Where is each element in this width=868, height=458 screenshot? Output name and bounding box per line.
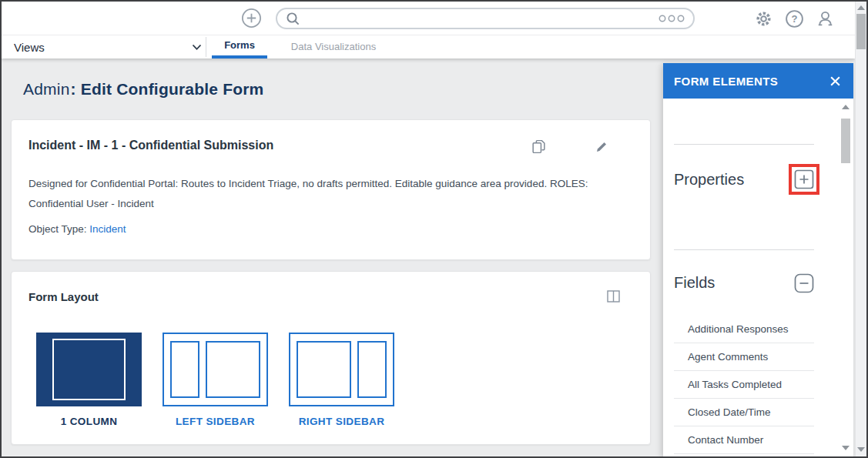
form-card-title: Incident - IM - 1 - Confidential Submiss… bbox=[28, 139, 273, 152]
divider bbox=[206, 37, 206, 57]
layout-preview-1-column bbox=[36, 333, 142, 406]
form-card-actions bbox=[531, 139, 608, 155]
form-description: Designed for Confidential Portal: Routes… bbox=[28, 174, 629, 214]
section-properties: Properties bbox=[674, 161, 814, 198]
page-scrollbar[interactable] bbox=[855, 2, 866, 456]
search-icon bbox=[286, 12, 300, 26]
scrollbar-thumb[interactable] bbox=[856, 14, 866, 49]
panel-title: FORM ELEMENTS bbox=[674, 75, 778, 88]
create-icon[interactable] bbox=[241, 8, 262, 28]
layout-preview-left-sidebar bbox=[163, 333, 268, 406]
form-summary-card: Incident - IM - 1 - Confidential Submiss… bbox=[11, 119, 651, 260]
panel-body: Properties Fields bbox=[663, 99, 853, 456]
tabbar: Views Forms Data Visualizations bbox=[2, 35, 855, 59]
field-item[interactable]: Contact Number bbox=[674, 426, 814, 454]
copy-icon[interactable] bbox=[531, 139, 547, 155]
topbar: ? bbox=[2, 2, 855, 35]
object-type-row: Object Type: Incident bbox=[28, 223, 633, 235]
tab-data-visualizations[interactable]: Data Visualizations bbox=[283, 35, 384, 59]
layout-option-right-sidebar[interactable]: RIGHT SIDEBAR bbox=[289, 333, 394, 427]
layout-preview-right-sidebar bbox=[289, 333, 394, 406]
layout-option-label: 1 COLUMN bbox=[36, 416, 142, 427]
layout-options: 1 COLUMN LEFT SIDEBAR RIGHT SIDEBAR bbox=[36, 333, 633, 427]
page-title-separator: : bbox=[70, 80, 81, 98]
field-item[interactable]: Agent Comments bbox=[674, 343, 814, 371]
close-icon[interactable] bbox=[829, 75, 841, 87]
properties-label: Properties bbox=[674, 171, 744, 189]
object-type-link[interactable]: Incident bbox=[89, 223, 126, 235]
expand-properties-icon[interactable] bbox=[794, 169, 814, 189]
layout-option-label: LEFT SIDEBAR bbox=[163, 416, 268, 427]
collapse-fields-icon[interactable] bbox=[794, 273, 814, 293]
layout-option-1-column[interactable]: 1 COLUMN bbox=[36, 333, 142, 427]
field-item[interactable]: Closed Date/Time bbox=[674, 399, 814, 426]
gear-icon[interactable] bbox=[754, 9, 773, 28]
scroll-up-icon[interactable] bbox=[857, 5, 865, 10]
user-icon[interactable] bbox=[816, 9, 835, 28]
layout-option-left-sidebar[interactable]: LEFT SIDEBAR bbox=[163, 333, 268, 427]
form-elements-panel: FORM ELEMENTS Properties bbox=[663, 63, 853, 456]
object-type-label: Object Type: bbox=[28, 223, 87, 235]
highlight-box bbox=[789, 164, 819, 195]
views-dropdown[interactable]: Views bbox=[14, 35, 202, 59]
scrollbar-thumb[interactable] bbox=[841, 119, 850, 163]
scroll-up-icon[interactable] bbox=[842, 105, 850, 109]
field-item[interactable]: Additional Responses bbox=[674, 316, 814, 343]
panel-header: FORM ELEMENTS bbox=[663, 63, 853, 99]
search-input[interactable] bbox=[307, 13, 658, 25]
app-window: ? Views Forms bbox=[0, 0, 868, 458]
divider bbox=[674, 144, 814, 145]
fields-list: Additional Responses Agent Comments All … bbox=[674, 316, 814, 454]
search-bar[interactable] bbox=[276, 8, 695, 29]
scroll-down-icon[interactable] bbox=[857, 447, 865, 452]
field-item[interactable]: All Tasks Completed bbox=[674, 371, 814, 399]
page-title-main: Edit Configurable Form bbox=[81, 80, 264, 98]
chevron-down-icon bbox=[192, 44, 202, 51]
scroll-down-icon[interactable] bbox=[842, 446, 850, 450]
svg-text:?: ? bbox=[792, 13, 798, 25]
form-layout-title: Form Layout bbox=[28, 290, 99, 303]
section-fields: Fields bbox=[674, 271, 814, 295]
form-layout-card: Form Layout 1 COLUMN bbox=[11, 271, 651, 445]
layout-option-label: RIGHT SIDEBAR bbox=[289, 416, 394, 427]
help-icon[interactable]: ? bbox=[785, 9, 804, 28]
edit-icon[interactable] bbox=[595, 139, 608, 155]
columns-icon[interactable] bbox=[607, 290, 620, 303]
fields-label: Fields bbox=[674, 274, 715, 292]
views-label: Views bbox=[14, 41, 45, 54]
more-options-icon[interactable] bbox=[658, 14, 685, 23]
panel-scrollbar[interactable] bbox=[841, 105, 851, 450]
tab-forms[interactable]: Forms bbox=[212, 35, 267, 59]
page-title-prefix: Admin bbox=[23, 80, 70, 98]
topbar-icons: ? bbox=[754, 9, 835, 28]
divider bbox=[674, 249, 814, 250]
